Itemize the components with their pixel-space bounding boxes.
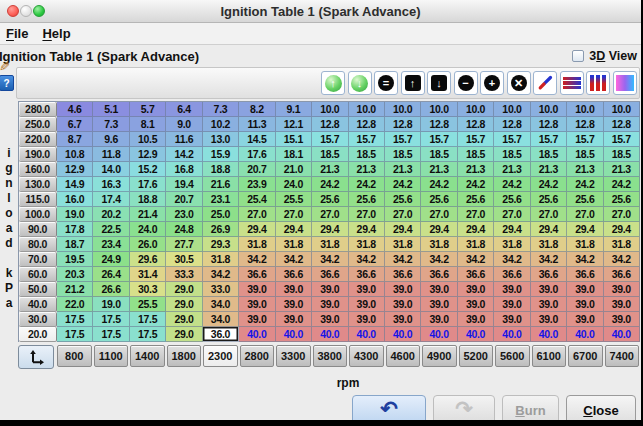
table-cell-80.0-4900[interactable]: 31.8 [421,237,457,252]
table-cell-160.0-7400[interactable]: 21.3 [604,162,640,177]
table-cell-70.0-3800[interactable]: 34.2 [312,252,348,267]
table-cell-280.0-6700[interactable]: 10.0 [567,102,603,117]
table-cell-20.0-3300[interactable]: 40.0 [276,327,312,342]
table-cell-130.0-5200[interactable]: 24.2 [458,177,494,192]
edit-note-icon[interactable]: ✎ [0,60,10,74]
table-cell-40.0-4300[interactable]: 39.0 [349,297,385,312]
shift-up-button[interactable]: ↑ [401,71,425,95]
table-cell-40.0-6100[interactable]: 39.0 [531,297,567,312]
table-cell-60.0-3800[interactable]: 36.6 [312,267,348,282]
table-cell-130.0-4600[interactable]: 24.2 [385,177,421,192]
table-cell-20.0-1100[interactable]: 17.5 [93,327,129,342]
table-cell-160.0-5600[interactable]: 21.3 [494,162,530,177]
row-header-160.0[interactable]: 160.0 [19,162,57,177]
table-cell-250.0-3800[interactable]: 12.8 [312,117,348,132]
table-cell-50.0-7400[interactable]: 39.0 [604,282,640,297]
decrease-value-green-button[interactable]: ↓ [348,71,372,95]
column-header-6700[interactable]: 6700 [568,345,603,367]
table-cell-220.0-800[interactable]: 8.7 [57,132,93,147]
table-cell-115.0-6700[interactable]: 25.6 [567,192,603,207]
column-header-5200[interactable]: 5200 [459,345,494,367]
table-cell-115.0-5600[interactable]: 25.6 [494,192,530,207]
table-cell-20.0-6700[interactable]: 40.0 [567,327,603,342]
table-cell-220.0-5200[interactable]: 15.7 [458,132,494,147]
row-header-115.0[interactable]: 115.0 [19,192,57,207]
3d-view-toggle[interactable]: 3D View [572,49,637,63]
table-cell-40.0-5200[interactable]: 39.0 [458,297,494,312]
table-cell-280.0-7400[interactable]: 10.0 [604,102,640,117]
table-cell-190.0-2300[interactable]: 15.9 [203,147,239,162]
help-icon[interactable]: ? [0,75,14,91]
table-cell-280.0-1400[interactable]: 5.7 [130,102,166,117]
set-value-equal-button[interactable]: = [374,71,398,95]
table-cell-250.0-2800[interactable]: 11.3 [239,117,275,132]
table-cell-90.0-800[interactable]: 17.8 [57,222,93,237]
table-cell-220.0-2300[interactable]: 13.0 [203,132,239,147]
table-cell-220.0-3300[interactable]: 15.1 [276,132,312,147]
table-cell-60.0-5200[interactable]: 36.6 [458,267,494,282]
row-header-130.0[interactable]: 130.0 [19,177,57,192]
table-cell-280.0-4600[interactable]: 10.0 [385,102,421,117]
table-cell-220.0-1800[interactable]: 11.6 [166,132,202,147]
table-cell-160.0-800[interactable]: 12.9 [57,162,93,177]
swap-axes-button[interactable] [18,345,54,369]
increment-button[interactable]: + [480,71,504,95]
row-header-60.0[interactable]: 60.0 [19,267,57,282]
table-cell-130.0-7400[interactable]: 24.2 [604,177,640,192]
table-cell-190.0-1400[interactable]: 12.9 [130,147,166,162]
table-cell-100.0-1800[interactable]: 23.0 [166,207,202,222]
row-header-70.0[interactable]: 70.0 [19,252,57,267]
table-cell-160.0-3800[interactable]: 21.3 [312,162,348,177]
table-cell-115.0-3300[interactable]: 25.5 [276,192,312,207]
table-cell-130.0-6100[interactable]: 24.2 [531,177,567,192]
table-cell-250.0-1100[interactable]: 7.3 [93,117,129,132]
interpolate-vertical-button[interactable] [586,71,610,95]
table-cell-50.0-6700[interactable]: 39.0 [567,282,603,297]
table-cell-280.0-1800[interactable]: 6.4 [166,102,202,117]
table-cell-115.0-1400[interactable]: 18.8 [130,192,166,207]
table-cell-100.0-3800[interactable]: 27.0 [312,207,348,222]
table-cell-220.0-6700[interactable]: 15.7 [567,132,603,147]
column-header-7400[interactable]: 7400 [605,345,640,367]
3d-view-checkbox[interactable] [572,50,584,62]
table-cell-40.0-6700[interactable]: 39.0 [567,297,603,312]
table-cell-130.0-3800[interactable]: 24.2 [312,177,348,192]
column-header-4900[interactable]: 4900 [422,345,457,367]
table-cell-190.0-800[interactable]: 10.8 [57,147,93,162]
column-header-5600[interactable]: 5600 [495,345,530,367]
redo-button[interactable]: ↷ [433,395,495,420]
table-cell-40.0-5600[interactable]: 39.0 [494,297,530,312]
table-cell-20.0-1800[interactable]: 29.0 [166,327,202,342]
table-cell-190.0-4600[interactable]: 18.5 [385,147,421,162]
table-cell-20.0-4300[interactable]: 40.0 [349,327,385,342]
table-cell-100.0-4300[interactable]: 27.0 [349,207,385,222]
table-cell-90.0-1400[interactable]: 24.0 [130,222,166,237]
table-cell-220.0-2800[interactable]: 14.5 [239,132,275,147]
table-cell-250.0-6100[interactable]: 12.8 [531,117,567,132]
table-cell-220.0-4900[interactable]: 15.7 [421,132,457,147]
column-header-3300[interactable]: 3300 [276,345,311,367]
table-cell-100.0-2300[interactable]: 25.0 [203,207,239,222]
table-cell-50.0-1400[interactable]: 30.3 [130,282,166,297]
table-cell-30.0-4900[interactable]: 39.0 [421,312,457,327]
table-cell-80.0-3300[interactable]: 31.8 [276,237,312,252]
table-cell-250.0-5600[interactable]: 12.8 [494,117,530,132]
column-header-3800[interactable]: 3800 [313,345,348,367]
column-header-800[interactable]: 800 [57,345,92,367]
table-cell-40.0-2300[interactable]: 34.0 [203,297,239,312]
scale-multiply-button[interactable]: ✕ [507,71,531,95]
menu-help[interactable]: Help [42,26,70,41]
table-cell-20.0-7400[interactable]: 40.0 [604,327,640,342]
table-cell-115.0-7400[interactable]: 25.6 [604,192,640,207]
table-cell-100.0-1100[interactable]: 20.2 [93,207,129,222]
table-cell-220.0-7400[interactable]: 15.7 [604,132,640,147]
table-cell-115.0-1800[interactable]: 20.7 [166,192,202,207]
table-cell-20.0-2300[interactable]: 36.0 [203,327,239,342]
table-cell-250.0-1800[interactable]: 9.0 [166,117,202,132]
table-cell-70.0-4900[interactable]: 34.2 [421,252,457,267]
row-header-190.0[interactable]: 190.0 [19,147,57,162]
table-cell-220.0-5600[interactable]: 15.7 [494,132,530,147]
row-header-100.0[interactable]: 100.0 [19,207,57,222]
table-cell-90.0-3800[interactable]: 29.4 [312,222,348,237]
table-cell-50.0-2800[interactable]: 39.0 [239,282,275,297]
